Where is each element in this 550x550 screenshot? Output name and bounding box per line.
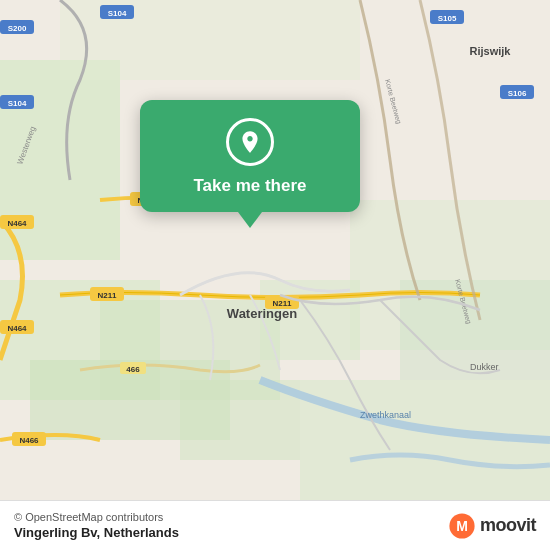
svg-text:S200: S200 [8,24,27,33]
svg-text:S105: S105 [438,14,457,23]
svg-text:N466: N466 [19,436,39,445]
svg-text:Dukker: Dukker [470,362,499,372]
svg-text:S106: S106 [508,89,527,98]
svg-text:N464: N464 [7,219,27,228]
copyright-text: © OpenStreetMap contributors [14,511,179,523]
svg-text:Wateringen: Wateringen [227,306,297,321]
svg-text:S104: S104 [108,9,127,18]
svg-text:N211: N211 [97,291,117,300]
pin-svg [237,129,263,155]
moovit-icon: M [448,512,476,540]
take-me-there-button[interactable]: Take me there [193,176,306,196]
svg-text:N464: N464 [7,324,27,333]
svg-text:S104: S104 [8,99,27,108]
location-pin-icon [226,118,274,166]
navigation-popup[interactable]: Take me there [140,100,360,212]
place-name: Vingerling Bv, Netherlands [14,525,179,540]
svg-text:Rijswijk: Rijswijk [470,45,512,57]
moovit-wordmark: moovit [480,515,536,536]
moovit-logo[interactable]: M moovit [448,512,536,540]
svg-text:466: 466 [126,365,140,374]
map-container: N211 N211 N464 N464 466 N466 S200 S104 S… [0,0,550,500]
bottom-left-info: © OpenStreetMap contributors Vingerling … [14,511,179,540]
svg-text:Zwethkanaal: Zwethkanaal [360,410,411,420]
svg-text:M: M [456,517,468,533]
map-background: N211 N211 N464 N464 466 N466 S200 S104 S… [0,0,550,500]
bottom-bar: © OpenStreetMap contributors Vingerling … [0,500,550,550]
